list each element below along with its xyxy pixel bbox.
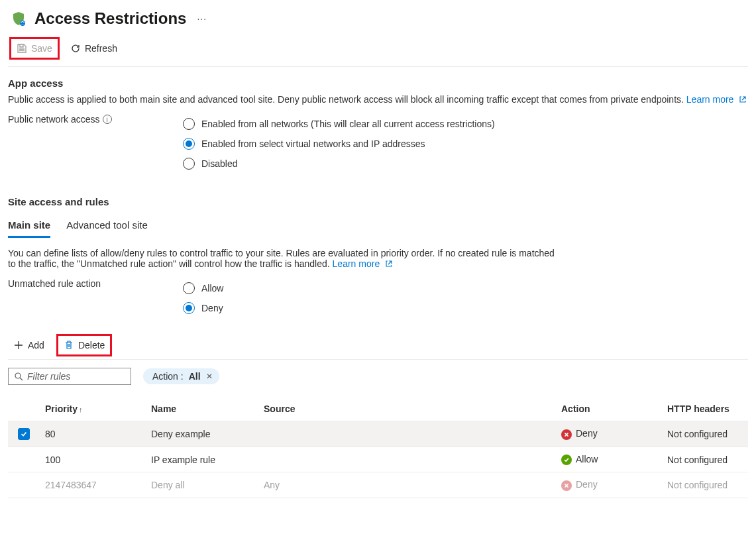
cell-priority: 2147483647 [40,472,146,498]
cell-http-headers: Not configured [662,421,748,447]
deny-badge-icon [561,429,572,440]
col-header-source[interactable]: Source [258,397,556,421]
refresh-button[interactable]: Refresh [65,40,123,56]
unmatched-rule-row: Unmatched rule action Allow Deny [8,278,748,318]
radio-enabled-select-networks[interactable]: Enabled from select virtual networks and… [183,134,748,154]
table-row[interactable]: 2147483647Deny allAnyDenyNot configured [8,472,748,498]
cell-priority: 100 [40,447,146,472]
site-access-section: Site access and rules Main site Advanced… [8,174,748,498]
site-access-learn-more-link[interactable]: Learn more [333,258,393,269]
cell-priority: 80 [40,421,146,447]
cell-source: Any [258,472,556,498]
save-label: Save [31,43,52,54]
refresh-label: Refresh [85,43,117,54]
more-menu-icon[interactable]: ··· [194,13,209,24]
highlight-delete: Delete [56,334,112,356]
table-header-row: Priority↑ Name Source Action HTTP header… [8,397,748,421]
highlight-save: Save [9,37,60,60]
col-header-name[interactable]: Name [146,397,258,421]
filter-placeholder: Filter rules [27,371,70,382]
rules-toolbar: Add Delete [8,334,748,360]
cell-name: Deny all [146,472,258,498]
cell-action: Deny [556,421,662,447]
shield-icon [11,11,27,27]
app-access-description: Public access is applied to both main si… [8,94,748,105]
cell-name: Deny example [146,421,258,447]
page-title: Access Restrictions [34,9,186,28]
radio-icon [183,118,195,130]
svg-point-1 [15,373,21,378]
radio-icon [183,302,195,314]
plus-icon [13,340,24,351]
col-header-priority[interactable]: Priority↑ [40,397,146,421]
tab-advanced-tool-site[interactable]: Advanced tool site [66,214,148,238]
external-link-icon [385,259,393,267]
site-tabs: Main site Advanced tool site [8,214,748,239]
rules-table: Priority↑ Name Source Action HTTP header… [8,397,748,498]
info-icon[interactable]: i [103,115,112,124]
refresh-icon [70,43,81,54]
site-access-heading: Site access and rules [8,196,748,207]
public-network-access-options: Enabled from all networks (This will cle… [183,114,748,174]
deny-badge-icon [561,480,572,491]
add-rule-button[interactable]: Add [8,337,50,353]
tab-main-site[interactable]: Main site [8,214,50,238]
cell-http-headers: Not configured [662,472,748,498]
cell-action: Deny [556,472,662,498]
public-network-access-label: Public network access i [8,114,172,125]
filter-pill-action[interactable]: Action : All ✕ [143,368,219,384]
col-header-select [8,397,40,421]
page-header: Access Restrictions ··· [8,8,748,37]
col-header-http[interactable]: HTTP headers [662,397,748,421]
cell-action: Allow [556,447,662,472]
external-link-icon [739,95,747,103]
action-label: Allow [576,454,598,464]
table-row[interactable]: 100IP example ruleAllowNot configured [8,447,748,472]
row-checkbox[interactable] [18,428,30,440]
search-icon [14,372,23,381]
app-access-heading: App access [8,78,748,89]
radio-unmatched-deny[interactable]: Deny [183,298,748,318]
delete-rule-button[interactable]: Delete [58,337,110,353]
radio-enabled-all-networks[interactable]: Enabled from all networks (This will cle… [183,114,748,134]
unmatched-rule-options: Allow Deny [183,278,748,318]
site-access-description: You can define lists of allow/deny rules… [8,248,558,269]
action-label: Deny [576,479,598,490]
filter-bar: Filter rules Action : All ✕ [8,368,748,385]
table-row[interactable]: 80Deny exampleDenyNot configured [8,421,748,447]
save-icon [17,43,27,54]
trash-icon [64,340,74,351]
radio-icon [183,138,195,150]
cell-name: IP example rule [146,447,258,472]
col-header-action[interactable]: Action [556,397,662,421]
pill-value: All [189,371,201,382]
allow-badge-icon [561,455,572,465]
radio-unmatched-allow[interactable]: Allow [183,278,748,298]
filter-rules-input[interactable]: Filter rules [8,368,131,385]
radio-icon [183,282,195,294]
delete-label: Delete [78,340,105,351]
action-label: Deny [576,428,598,439]
cell-http-headers: Not configured [662,447,748,472]
app-access-learn-more-link[interactable]: Learn more [686,94,747,105]
app-access-section: App access Public access is applied to b… [8,67,748,174]
radio-disabled[interactable]: Disabled [183,154,748,174]
pill-label: Action : [152,371,184,382]
public-network-access-row: Public network access i Enabled from all… [8,114,748,174]
save-button[interactable]: Save [11,40,58,56]
cell-source [258,421,556,447]
sort-asc-icon: ↑ [79,405,83,413]
cell-source [258,447,556,472]
add-label: Add [28,340,44,351]
unmatched-rule-label: Unmatched rule action [8,278,172,289]
command-bar: Save Refresh [8,37,748,67]
close-icon[interactable]: ✕ [206,372,213,381]
radio-icon [183,158,195,170]
